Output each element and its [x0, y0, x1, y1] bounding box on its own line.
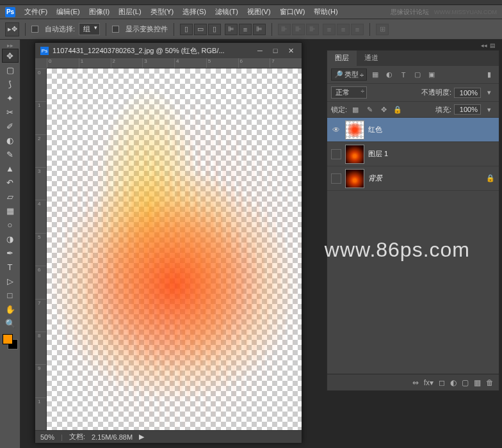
menu-file[interactable]: 文件(F) [20, 6, 51, 18]
filter-type-icon[interactable]: T [398, 70, 409, 80]
auto-select-dropdown[interactable]: 组 [79, 23, 100, 35]
layer-row[interactable]: 图层 1 [327, 142, 499, 166]
canvas[interactable] [47, 68, 302, 430]
fg-color[interactable] [3, 334, 13, 344]
distribute-icon: ≡ [337, 24, 350, 35]
menu-view[interactable]: 视图(V) [243, 6, 275, 18]
menu-layer[interactable]: 图层(L) [115, 6, 145, 18]
show-transform-label: 显示变换控件 [125, 24, 168, 34]
marquee-tool[interactable]: ▢ [2, 63, 19, 77]
stamp-tool[interactable]: ▲ [2, 161, 19, 175]
menu-filter[interactable]: 滤镜(T) [211, 6, 242, 18]
zoom-level[interactable]: 50% [40, 433, 54, 441]
fire-artwork [47, 68, 302, 430]
dodge-tool[interactable]: ◑ [2, 232, 19, 246]
menu-select[interactable]: 选择(S) [179, 6, 210, 18]
adjustment-icon[interactable]: ◐ [450, 378, 457, 387]
chevron-icon[interactable]: ▾ [483, 88, 495, 98]
layer-name[interactable]: 图层 1 [368, 149, 388, 159]
menu-edit[interactable]: 编辑(E) [53, 6, 84, 18]
doc-icon: Ps [40, 47, 49, 55]
visibility-toggle[interactable] [331, 149, 341, 159]
brush-tool[interactable]: ✎ [2, 147, 19, 161]
visibility-icon[interactable]: 👁 [331, 125, 341, 135]
visibility-toggle[interactable] [331, 173, 341, 184]
lock-all-icon[interactable]: 🔒 [392, 104, 403, 115]
layer-thumbnail[interactable] [345, 120, 364, 140]
link-icon[interactable]: ⇔ [412, 378, 419, 387]
shape-tool[interactable]: □ [2, 288, 19, 302]
distribute-icon: ⊪ [306, 24, 319, 35]
maximize-button[interactable]: □ [270, 46, 281, 55]
menu-window[interactable]: 窗口(W) [276, 6, 309, 18]
move-tool[interactable]: ✥ [2, 49, 19, 63]
zoom-tool[interactable]: 🔍 [2, 316, 19, 330]
tab-layers[interactable]: 图层 [327, 51, 357, 66]
layer-row[interactable]: 👁 红色 [327, 118, 499, 142]
brand-name: 思缘设计论坛 [391, 8, 429, 17]
status-menu-icon[interactable]: ▶ [139, 433, 144, 441]
layer-thumbnail[interactable] [345, 145, 364, 164]
gradient-tool[interactable]: ▦ [2, 204, 19, 218]
path-tool[interactable]: ▷ [2, 274, 19, 288]
history-brush-tool[interactable]: ↶ [2, 175, 19, 189]
collapse-icon[interactable]: ▸▸ [2, 42, 19, 49]
filter-shape-icon[interactable]: ▢ [412, 70, 423, 80]
opacity-input[interactable]: 100% [454, 88, 481, 98]
toolbox: ▸▸ ✥ ▢ ⟆ ✦ ✂ ✐ ◐ ✎ ▲ ↶ ▱ ▦ ○ ◑ ✒ T ▷ □ ✋… [0, 40, 20, 448]
menu-help[interactable]: 帮助(H) [310, 6, 341, 18]
collapse-icon[interactable]: ◂◂ [481, 42, 487, 50]
minimize-button[interactable]: ─ [254, 46, 266, 55]
group-icon[interactable]: ▢ [462, 378, 469, 387]
lock-trans-icon[interactable]: ▩ [350, 104, 361, 115]
mask-icon[interactable]: ◻ [439, 378, 445, 387]
pen-tool[interactable]: ✒ [2, 246, 19, 260]
lock-paint-icon[interactable]: ✎ [364, 104, 375, 115]
menu-image[interactable]: 图像(I) [85, 6, 113, 18]
filter-adjust-icon[interactable]: ◐ [384, 70, 395, 80]
delete-icon[interactable]: 🗑 [486, 378, 494, 387]
filter-toggle[interactable]: ▮ [483, 70, 495, 80]
blend-mode-select[interactable]: 正常 [331, 86, 367, 99]
fill-input[interactable]: 100% [454, 104, 481, 115]
layer-name[interactable]: 背景 [368, 173, 382, 183]
align-icon[interactable]: ≡ [239, 24, 252, 35]
panels: ◂◂▤ 图层 通道 🔎类型÷ ▦ ◐ T ▢ ▣ ▮ 正常 [327, 42, 499, 391]
lock-pos-icon[interactable]: ✥ [378, 104, 389, 115]
show-transform-checkbox[interactable] [112, 26, 119, 33]
chevron-icon[interactable]: ▾ [483, 104, 495, 115]
type-tool[interactable]: T [2, 260, 19, 274]
close-button[interactable]: ✕ [285, 46, 296, 55]
document-window: Ps 11074431_122403780263_2.jpg @ 50% (红色… [35, 42, 302, 443]
document-tab[interactable]: Ps 11074431_122403780263_2.jpg @ 50% (红色… [35, 43, 302, 58]
menu-type[interactable]: 类型(Y) [147, 6, 178, 18]
wand-tool[interactable]: ✦ [2, 91, 19, 105]
menu-bar: Ps 文件(F) 编辑(E) 图像(I) 图层(L) 类型(Y) 选择(S) 滤… [0, 5, 502, 19]
distribute-icon: ≡ [323, 24, 336, 35]
new-layer-icon[interactable]: ▦ [474, 378, 481, 387]
align-icon[interactable]: ⊫ [225, 24, 238, 35]
blur-tool[interactable]: ○ [2, 218, 19, 232]
layer-row[interactable]: 背景 🔒 [327, 166, 499, 191]
eraser-tool[interactable]: ▱ [2, 189, 19, 204]
align-icon[interactable]: ▯ [208, 24, 221, 35]
filter-pixel-icon[interactable]: ▦ [369, 70, 381, 80]
align-icon[interactable]: ▯ [180, 24, 193, 35]
color-swatch[interactable] [3, 334, 18, 349]
eyedropper-tool[interactable]: ✐ [2, 119, 19, 133]
panel-menu-icon[interactable]: ▤ [490, 42, 496, 50]
lasso-tool[interactable]: ⟆ [2, 77, 19, 91]
layer-name[interactable]: 红色 [368, 125, 382, 134]
filter-type[interactable]: 🔎类型÷ [331, 68, 367, 81]
heal-tool[interactable]: ◐ [2, 133, 19, 147]
move-tool-icon[interactable]: ▸✥ [5, 22, 19, 36]
fx-icon[interactable]: fx▾ [424, 378, 433, 387]
hand-tool[interactable]: ✋ [2, 302, 19, 316]
tab-channels[interactable]: 通道 [357, 51, 386, 66]
filter-smart-icon[interactable]: ▣ [426, 70, 437, 80]
auto-select-checkbox[interactable] [31, 26, 38, 33]
align-icon[interactable]: ⊫ [253, 24, 266, 35]
align-icon[interactable]: ▭ [194, 24, 207, 35]
layer-thumbnail[interactable] [345, 169, 364, 188]
crop-tool[interactable]: ✂ [2, 105, 19, 119]
